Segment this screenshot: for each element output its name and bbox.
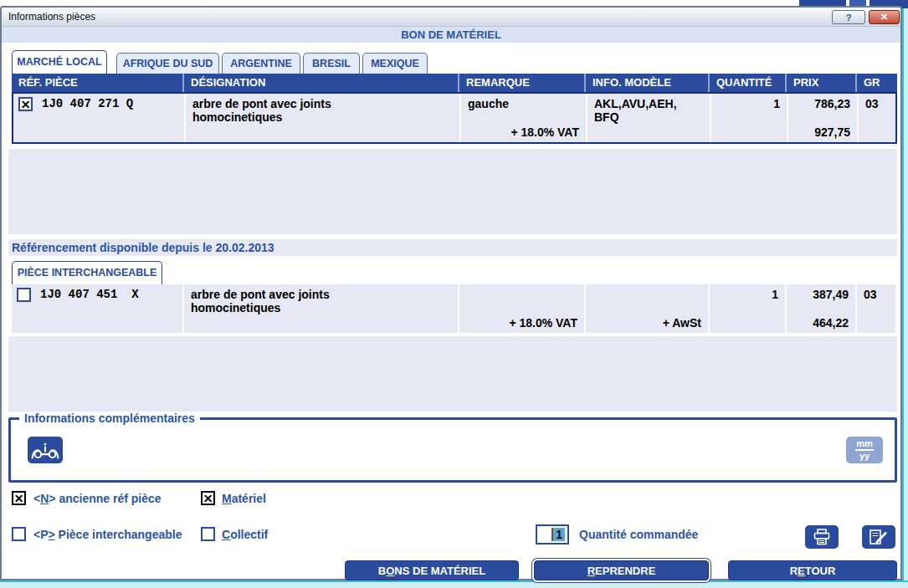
part-ref: 1J0 407 451 X (40, 288, 139, 301)
table-row[interactable]: 1J0 407 451 X arbre de pont avec joints … (12, 284, 897, 333)
vat-text: + 18.0% VAT (509, 316, 577, 330)
part-ref: 1J0 407 271 Q (42, 97, 133, 110)
printer-icon (813, 529, 831, 545)
info-modele-cell: + AwSt (586, 284, 710, 333)
model-extra: + AwSt (663, 316, 701, 330)
quantite-cell: 1 (710, 284, 787, 333)
vat-text: + 18.0% VAT (510, 125, 579, 139)
price-net: 387,49 (813, 288, 849, 301)
group-legend: Informations complémentaires (19, 412, 200, 425)
remarque-cell: gauche + 18.0% VAT (461, 94, 587, 142)
quantity-value: 1 (773, 97, 780, 110)
label-piece-interchangeable: <P> Pièce interchangeable (33, 527, 182, 542)
prix-cell: 786,23 927,75 (788, 94, 859, 142)
mm-yy-button[interactable]: mm yy (846, 437, 883, 463)
table-empty-area (8, 149, 897, 234)
column-header-ref: RÉF. PIÈCE (12, 74, 184, 92)
price-gross: 927,75 (814, 125, 850, 139)
retour-button[interactable]: RETOUR (728, 560, 897, 580)
titlebar[interactable]: Informations pièces (2, 8, 900, 27)
checkbox-piece-interchangeable[interactable] (12, 527, 26, 541)
row-checkbox[interactable] (17, 288, 31, 302)
tab-marche-local[interactable]: MARCHÉ LOCAL (12, 50, 107, 74)
close-icon: ✕ (880, 12, 888, 23)
close-button[interactable]: ✕ (869, 10, 900, 24)
model-codes: AKL,AVU,AEH, BFQ (594, 97, 677, 124)
help-button[interactable]: ? (832, 10, 865, 24)
label-collectif: Collectif (222, 527, 268, 542)
table-empty-area (8, 336, 897, 412)
info-modele-cell: AKL,AVU,AEH, BFQ (587, 94, 711, 142)
checkbox-materiel[interactable] (201, 491, 215, 505)
column-header-quantite: QUANTITÉ (710, 74, 787, 92)
tab-mexique[interactable]: MEXIQUE (362, 53, 428, 74)
informations-pieces-dialog: Informations pièces ? ✕ BON DE MATÉRIEL … (0, 6, 902, 580)
prix-cell: 387,49 464,22 (787, 284, 857, 333)
mm-label: mm (852, 438, 877, 449)
table-header: RÉF. PIÈCE DÉSIGNATION REMARQUE INFO. MO… (12, 74, 897, 92)
background-window-edge (902, 8, 908, 588)
quantity-label: Quantité commandée (579, 524, 698, 545)
price-gross: 464,22 (813, 316, 849, 330)
ref-cell: 1J0 407 271 Q (13, 94, 186, 142)
edit-note-icon (869, 529, 889, 545)
column-header-designation: DÉSIGNATION (184, 74, 459, 92)
quantity-value: 1 (553, 528, 565, 541)
quantite-cell: 1 (711, 94, 788, 142)
row-checkbox[interactable] (18, 97, 33, 111)
checkbox-ancienne-ref[interactable] (12, 491, 26, 505)
designation-text: arbre de pont avec joints homocinetiques (191, 288, 330, 314)
quantity-input[interactable]: 1 (536, 524, 569, 545)
tab-afrique-du-sud[interactable]: AFRIQUE DU SUD (116, 53, 219, 74)
ref-cell: 1J0 407 451 X (12, 284, 184, 333)
price-net: 786,23 (814, 97, 850, 110)
question-mark-icon: ? (846, 13, 852, 23)
background-window-edge (0, 580, 908, 588)
column-header-info-modele: INFO. MODÈLE (586, 74, 710, 92)
label-materiel: Matériel (222, 491, 266, 506)
designation-text: arbre de pont avec joints homocinetiques (192, 97, 331, 124)
column-header-prix: PRIX (787, 74, 857, 92)
axle-info-button[interactable] (28, 437, 63, 463)
designation-cell: arbre de pont avec joints homocinetiques (184, 284, 459, 333)
gr-value: 03 (864, 288, 877, 301)
remarque-cell: + 18.0% VAT (459, 284, 586, 333)
tab-argentine[interactable]: ARGENTINE (222, 53, 300, 74)
bons-de-materiel-button[interactable]: BONS DE MATÉRIEL (345, 560, 519, 580)
screen: Informations pièces ? ✕ BON DE MATÉRIEL … (0, 0, 908, 588)
column-header-remarque: REMARQUE (459, 74, 586, 92)
print-button[interactable] (805, 525, 839, 549)
gr-cell: 03 (857, 284, 897, 333)
tab-bresil[interactable]: BRESIL (303, 53, 360, 74)
designation-cell: arbre de pont avec joints homocinetiques (186, 94, 461, 142)
reprendre-button[interactable]: REPRENDRE (534, 560, 709, 580)
checkbox-collectif[interactable] (201, 527, 215, 541)
edit-button[interactable] (862, 525, 895, 549)
window-title: Informations pièces (8, 11, 95, 23)
page-title: BON DE MATÉRIEL (2, 27, 900, 43)
table-row[interactable]: 1J0 407 271 Q arbre de pont avec joints … (12, 92, 897, 144)
remark-text: gauche (468, 97, 509, 110)
label-ancienne-ref: <N> ancienne réf pièce (33, 491, 162, 506)
column-header-gr: GR (857, 74, 897, 92)
yy-label: yy (855, 449, 874, 462)
informations-complementaires-group: Informations complémentaires mm yy (8, 417, 897, 483)
gr-cell: 03 (859, 94, 899, 142)
axle-info-icon (30, 439, 60, 461)
gr-value: 03 (865, 97, 879, 110)
tab-piece-interchangeable[interactable]: PIÈCE INTERCHANGEABLE (12, 261, 162, 284)
reference-availability-note: Référencement disponible depuis le 20.02… (8, 239, 897, 256)
quantity-value: 1 (772, 288, 778, 301)
